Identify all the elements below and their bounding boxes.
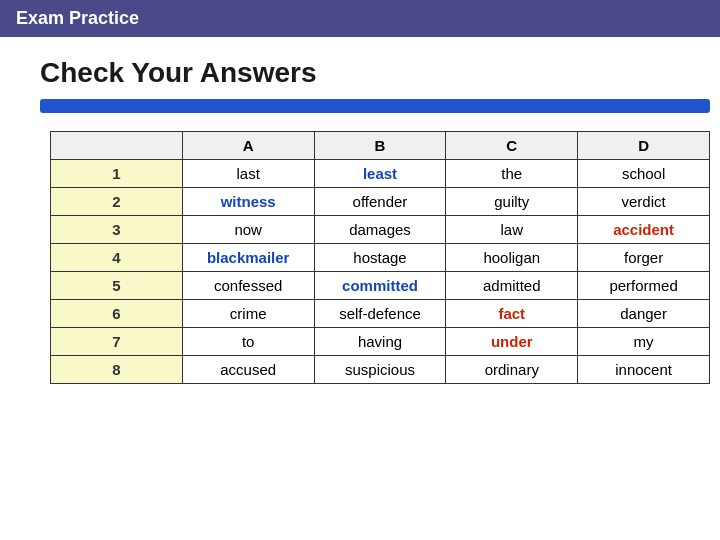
col-header-b: B: [314, 132, 446, 160]
cell-a: last: [182, 160, 314, 188]
col-header-d: D: [578, 132, 710, 160]
row-number: 1: [51, 160, 183, 188]
cell-a: confessed: [182, 272, 314, 300]
cell-a: accused: [182, 356, 314, 384]
table-header-row: A B C D: [51, 132, 710, 160]
cell-d: innocent: [578, 356, 710, 384]
cell-b: hostage: [314, 244, 446, 272]
cell-b: offender: [314, 188, 446, 216]
cell-b: committed: [314, 272, 446, 300]
cell-c: hooligan: [446, 244, 578, 272]
row-number: 8: [51, 356, 183, 384]
header-bar: Exam Practice: [0, 0, 720, 37]
cell-b: self-defence: [314, 300, 446, 328]
cell-d: accident: [578, 216, 710, 244]
cell-b: damages: [314, 216, 446, 244]
col-header-a: A: [182, 132, 314, 160]
cell-c: law: [446, 216, 578, 244]
cell-b: suspicious: [314, 356, 446, 384]
cell-c: under: [446, 328, 578, 356]
answers-table: A B C D 1lastleasttheschool2witnessoffen…: [50, 131, 710, 384]
cell-b: having: [314, 328, 446, 356]
cell-a: blackmailer: [182, 244, 314, 272]
row-number: 7: [51, 328, 183, 356]
table-row: 1lastleasttheschool: [51, 160, 710, 188]
row-number: 5: [51, 272, 183, 300]
cell-d: verdict: [578, 188, 710, 216]
table-row: 2witnessoffenderguiltyverdict: [51, 188, 710, 216]
cell-a: to: [182, 328, 314, 356]
decorative-bar: [40, 99, 710, 113]
row-number: 6: [51, 300, 183, 328]
cell-a: crime: [182, 300, 314, 328]
col-header-c: C: [446, 132, 578, 160]
cell-d: forger: [578, 244, 710, 272]
cell-c: admitted: [446, 272, 578, 300]
cell-d: danger: [578, 300, 710, 328]
table-row: 6crimeself-defencefactdanger: [51, 300, 710, 328]
cell-d: my: [578, 328, 710, 356]
cell-d: performed: [578, 272, 710, 300]
row-number: 3: [51, 216, 183, 244]
cell-a: now: [182, 216, 314, 244]
table-row: 8accusedsuspiciousordinaryinnocent: [51, 356, 710, 384]
content-area: Check Your Answers A B C D 1lastleastthe…: [0, 37, 720, 404]
col-header-num: [51, 132, 183, 160]
table-row: 5confessedcommittedadmittedperformed: [51, 272, 710, 300]
cell-c: the: [446, 160, 578, 188]
cell-a: witness: [182, 188, 314, 216]
page-title: Exam Practice: [16, 8, 704, 29]
cell-c: ordinary: [446, 356, 578, 384]
cell-b: least: [314, 160, 446, 188]
table-row: 4blackmailerhostagehooliganforger: [51, 244, 710, 272]
row-number: 2: [51, 188, 183, 216]
row-number: 4: [51, 244, 183, 272]
table-row: 3nowdamageslawaccident: [51, 216, 710, 244]
subtitle: Check Your Answers: [40, 57, 680, 89]
cell-c: fact: [446, 300, 578, 328]
table-row: 7tohavingundermy: [51, 328, 710, 356]
cell-d: school: [578, 160, 710, 188]
cell-c: guilty: [446, 188, 578, 216]
